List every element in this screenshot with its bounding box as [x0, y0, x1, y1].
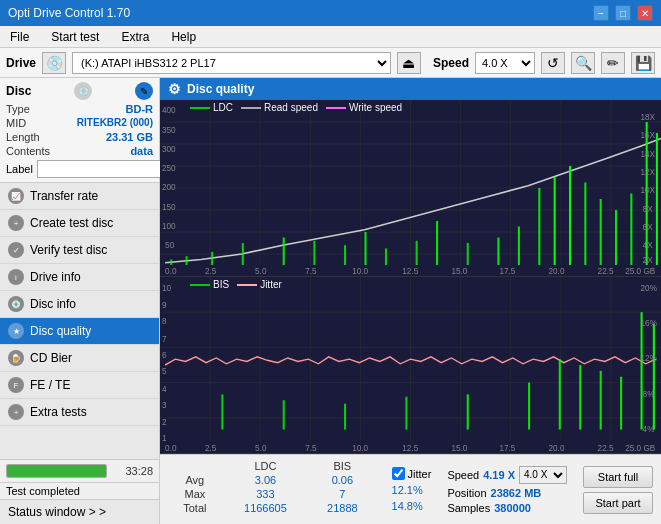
legend-write-speed: Write speed: [326, 102, 402, 113]
verify-test-disc-icon: ✓: [8, 242, 24, 258]
samples-value: 380000: [494, 502, 531, 514]
svg-text:1: 1: [162, 433, 167, 444]
sidebar-item-fe-te[interactable]: F FE / TE: [0, 372, 159, 399]
svg-text:4%: 4%: [643, 423, 655, 434]
write-btn[interactable]: ✏: [601, 52, 625, 74]
svg-text:12X: 12X: [641, 167, 656, 177]
menu-start-test[interactable]: Start test: [45, 28, 105, 46]
svg-text:6X: 6X: [643, 222, 653, 232]
sidebar-item-create-test-disc[interactable]: + Create test disc: [0, 210, 159, 237]
svg-text:10: 10: [162, 283, 171, 294]
svg-rect-31: [538, 188, 540, 265]
drive-icon-btn[interactable]: 💿: [42, 52, 66, 74]
sidebar-item-transfer-rate[interactable]: 📈 Transfer rate: [0, 183, 159, 210]
svg-rect-36: [615, 210, 617, 265]
start-full-button[interactable]: Start full: [583, 466, 653, 488]
nav-label-create-test-disc: Create test disc: [30, 216, 113, 230]
jitter-checkbox[interactable]: [392, 467, 405, 480]
maximize-button[interactable]: □: [615, 5, 631, 21]
svg-text:10.0: 10.0: [352, 266, 368, 276]
menu-help[interactable]: Help: [165, 28, 202, 46]
minimize-button[interactable]: −: [593, 5, 609, 21]
progress-area: 33:28: [0, 459, 159, 482]
status-window-label: Status window > >: [8, 505, 106, 519]
svg-rect-29: [497, 238, 499, 266]
svg-text:10.0: 10.0: [352, 442, 368, 453]
sidebar-item-disc-quality[interactable]: ★ Disc quality: [0, 318, 159, 345]
start-part-button[interactable]: Start part: [583, 492, 653, 514]
legend-bis: BIS: [190, 279, 229, 290]
eject-button[interactable]: ⏏: [397, 52, 421, 74]
scan-btn[interactable]: 🔍: [571, 52, 595, 74]
svg-rect-24: [364, 232, 366, 265]
svg-text:2: 2: [162, 416, 167, 427]
svg-rect-26: [416, 241, 418, 265]
svg-text:10X: 10X: [641, 185, 656, 195]
disc-type-row: Type BD-R: [6, 103, 153, 115]
write-speed-color: [326, 107, 346, 109]
svg-rect-28: [467, 243, 469, 265]
svg-rect-86: [467, 394, 469, 429]
jitter-max: 14.8%: [392, 500, 432, 512]
sidebar-item-extra-tests[interactable]: + Extra tests: [0, 399, 159, 426]
svg-rect-21: [283, 238, 285, 266]
svg-text:5.0: 5.0: [255, 266, 267, 276]
svg-rect-17: [170, 260, 172, 266]
upper-chart-legend: LDC Read speed Write speed: [190, 102, 402, 113]
status-window-btn[interactable]: Status window > >: [0, 499, 159, 524]
menu-extra[interactable]: Extra: [115, 28, 155, 46]
speed-label-text: Speed: [447, 469, 479, 481]
disc-label-input[interactable]: [37, 160, 170, 178]
close-button[interactable]: ✕: [637, 5, 653, 21]
svg-text:200: 200: [162, 182, 176, 192]
disc-section-label: Disc: [6, 84, 31, 98]
svg-text:400: 400: [162, 105, 176, 115]
speed-select[interactable]: 4.0 X: [475, 52, 535, 74]
drive-select[interactable]: (K:) ATAPI iHBS312 2 PL17: [72, 52, 391, 74]
svg-text:25.0 GB: 25.0 GB: [625, 266, 655, 276]
speed-dropdown[interactable]: 4.0 X: [519, 466, 567, 484]
svg-rect-87: [528, 383, 530, 430]
status-text: Test completed: [0, 482, 159, 499]
nav-items: 📈 Transfer rate + Create test disc ✓ Ver…: [0, 183, 159, 426]
total-bis: 21888: [309, 501, 375, 515]
sidebar-item-disc-info[interactable]: 💿 Disc info: [0, 291, 159, 318]
svg-text:16X: 16X: [641, 130, 656, 140]
fe-te-icon: F: [8, 377, 24, 393]
menu-file[interactable]: File: [4, 28, 35, 46]
svg-text:20%: 20%: [641, 283, 658, 294]
speed-label: Speed: [433, 56, 469, 70]
stats-data-table: LDC BIS Avg 3.06 0.06 Max 333: [168, 459, 376, 515]
svg-text:7.5: 7.5: [305, 442, 316, 453]
upper-chart: LDC Read speed Write speed: [160, 100, 661, 277]
legend-read-speed-label: Read speed: [264, 102, 318, 113]
sidebar-item-verify-test-disc[interactable]: ✓ Verify test disc: [0, 237, 159, 264]
svg-text:22.5: 22.5: [598, 442, 614, 453]
disc-edit-icon[interactable]: ✎: [135, 82, 153, 100]
svg-rect-18: [186, 256, 188, 265]
svg-text:5: 5: [162, 366, 167, 377]
svg-rect-88: [559, 359, 561, 429]
sidebar-spacer: [0, 426, 159, 459]
jitter-section: Jitter 12.1% 14.8%: [384, 455, 440, 524]
transfer-rate-icon: 📈: [8, 188, 24, 204]
svg-rect-30: [518, 227, 520, 266]
disc-length-row: Length 23.31 GB: [6, 131, 153, 143]
save-btn[interactable]: 💾: [631, 52, 655, 74]
nav-label-disc-quality: Disc quality: [30, 324, 91, 338]
drivebar: Drive 💿 (K:) ATAPI iHBS312 2 PL17 ⏏ Spee…: [0, 48, 661, 78]
extra-tests-icon: +: [8, 404, 24, 420]
buttons-section: Start full Start part: [575, 455, 661, 524]
svg-text:2X: 2X: [643, 255, 653, 265]
sidebar-item-drive-info[interactable]: i Drive info: [0, 264, 159, 291]
position-label: Position: [447, 487, 486, 499]
col-header-ldc: LDC: [222, 459, 309, 473]
sidebar-item-cd-bier[interactable]: 🍺 CD Bier: [0, 345, 159, 372]
nav-label-extra-tests: Extra tests: [30, 405, 87, 419]
lower-chart-svg: 0.0 2.5 5.0 7.5 10.0 12.5 15.0 17.5 20.0…: [160, 277, 661, 453]
position-value: 23862 MB: [491, 487, 542, 499]
svg-text:14X: 14X: [641, 149, 656, 159]
speed-refresh-btn[interactable]: ↺: [541, 52, 565, 74]
disc-mid-label: MID: [6, 117, 26, 129]
svg-text:8%: 8%: [643, 388, 655, 399]
